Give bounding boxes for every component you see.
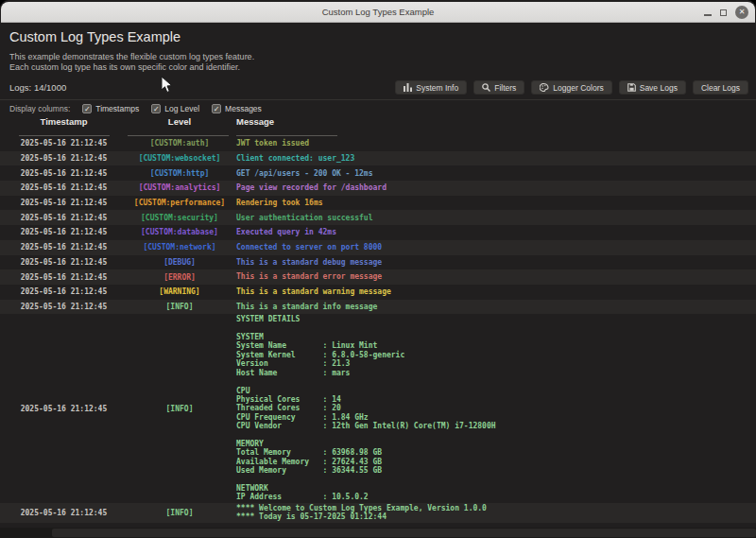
log-level: [CUSTOM:security] [128,214,232,222]
log-message: Page view recorded for /dashboard [232,182,756,193]
page-header: Custom Log Types Example This example de… [0,24,756,73]
log-row[interactable]: 2025-05-16 21:12:45 [WARNING] This is a … [0,285,756,300]
checkbox-checked-icon: ✓ [151,104,161,113]
log-row[interactable]: 2025-05-16 21:12:45 [CUSTOM:auth] JWT to… [0,136,756,151]
palette-icon [540,83,549,92]
toolbar: Logs: 14/1000 System Info Filters Logger… [0,73,756,99]
log-timestamp: 2025-05-16 21:12:45 [0,287,128,296]
log-timestamp: 2025-05-16 21:12:45 [0,169,128,178]
search-icon [482,83,490,92]
log-level: [INFO] [128,509,232,517]
log-timestamp: 2025-05-16 21:12:45 [0,214,128,222]
checkbox-checked-icon: ✓ [82,104,92,113]
log-level: [INFO] [128,303,232,311]
log-row[interactable]: 2025-05-16 21:12:45 [INFO] This is a sta… [0,300,756,315]
checkbox-timestamps-label: Timestamps [95,104,139,113]
log-row[interactable]: 2025-05-16 21:12:45 [CUSTOM:database] Ex… [0,225,756,240]
display-columns-bar: Display columns: ✓ Timestamps ✓ Log Leve… [0,100,756,114]
log-message: This is a standard info message [232,302,756,312]
checkbox-messages-label: Messages [225,104,262,113]
log-message: **** Welcome to Custom Log Types Example… [232,503,756,523]
log-row[interactable]: 2025-05-16 21:12:45 [CUSTOM:http] GET /a… [0,165,756,181]
display-columns-label: Display columns: [9,104,70,113]
log-timestamp: 2025-05-16 21:12:45 [0,405,128,413]
page-title: Custom Log Types Example [9,29,747,44]
log-message: Client connected: user_123 [232,153,756,164]
log-timestamp: 2025-05-16 21:12:45 [0,303,128,311]
log-message: GET /api/users - 200 OK - 12ms [232,168,756,179]
log-timestamp: 2025-05-16 21:12:45 [0,199,128,207]
log-level: [ERROR] [128,273,232,282]
log-row[interactable]: 2025-05-16 21:12:45 [CUSTOM:analytics] P… [0,181,756,196]
log-level: [DEBUG] [128,258,232,267]
filters-button[interactable]: Filters [473,80,524,95]
close-icon: ✕ [739,9,746,16]
log-row[interactable]: 2025-05-16 21:12:45 [ERROR] This is a st… [0,269,756,285]
titlebar[interactable]: Custom Log Types Example ✕ [1,2,755,23]
log-level: [CUSTOM:performance] [128,199,232,207]
page-description-line1: This example demonstrates the flexible c… [9,52,747,62]
log-level: [CUSTOM:auth] [128,139,232,148]
clear-logs-button[interactable]: Clear Logs [693,80,748,95]
table-header: Timestamp Level Message [0,114,756,127]
clear-logs-label: Clear Logs [701,83,740,93]
log-level: [CUSTOM:websocket] [128,154,232,163]
log-level: [CUSTOM:network] [128,243,232,252]
log-timestamp: 2025-05-16 21:12:45 [0,243,128,252]
log-message: Connected to server on port 8000 [232,242,756,252]
column-header-message: Message [232,116,756,127]
log-row[interactable]: 2025-05-16 21:12:45 [CUSTOM:network] Con… [0,240,756,255]
log-message: SYSTEM DETAILS SYSTEM System Name : Linu… [232,314,756,503]
logger-colors-button[interactable]: Logger Colors [531,80,611,95]
log-row[interactable]: 2025-05-16 21:12:45 [INFO] **** Welcome … [0,503,756,523]
header-underlines [0,127,756,136]
system-info-button[interactable]: System Info [395,80,467,95]
log-row[interactable]: 2025-05-16 21:12:45 [CUSTOM:websocket] C… [0,151,756,166]
save-logs-label: Save Logs [640,83,678,93]
checkbox-log-level[interactable]: ✓ Log Level [151,104,199,113]
save-logs-button[interactable]: Save Logs [619,80,686,95]
log-level: [CUSTOM:database] [128,228,232,236]
log-row[interactable]: 2025-05-16 21:12:45 [DEBUG] This is a st… [0,255,756,270]
log-level: [CUSTOM:http] [128,169,232,178]
filters-label: Filters [494,83,516,93]
log-timestamp: 2025-05-16 21:12:45 [0,183,128,192]
column-header-level: Level [128,116,232,127]
log-row[interactable]: 2025-05-16 21:12:45 [CUSTOM:security] Us… [0,210,756,225]
checkbox-timestamps[interactable]: ✓ Timestamps [82,104,139,113]
log-rows: 2025-05-16 21:12:45 [CUSTOM:auth] JWT to… [0,136,756,523]
save-icon [627,83,636,92]
app-window: Custom Log Types Example ✕ Custom Log Ty… [0,0,756,538]
horizontal-scrollbar[interactable] [0,528,756,538]
toolbar-buttons: System Info Filters Logger Colors Save L… [395,80,748,95]
checkbox-log-level-label: Log Level [164,104,199,113]
page-description-line2: Each custom log type has its own specifi… [9,62,747,73]
checkbox-messages[interactable]: ✓ Messages [212,104,262,113]
log-timestamp: 2025-05-16 21:12:45 [0,228,128,236]
close-button[interactable]: ✕ [735,6,748,19]
log-row[interactable]: 2025-05-16 21:12:45 [CUSTOM:performance]… [0,196,756,211]
window-title: Custom Log Types Example [322,7,435,17]
log-message: Executed query in 42ms [232,227,756,237]
log-level: [WARNING] [128,287,232,296]
checkbox-checked-icon: ✓ [212,104,221,113]
log-message: This is a standard warning message [232,286,756,297]
system-info-label: System Info [416,83,458,93]
log-message: This is a standard debug message [232,257,756,268]
log-message: This is a standard error message [232,271,756,282]
log-timestamp: 2025-05-16 21:12:45 [0,139,128,148]
logs-count: Logs: 14/1000 [9,82,395,93]
scrollbar-thumb[interactable] [52,529,756,537]
log-level: [CUSTOM:analytics] [128,183,232,192]
log-timestamp: 2025-05-16 21:12:45 [0,273,128,282]
column-header-timestamp: Timestamp [0,116,128,127]
log-row[interactable]: 2025-05-16 21:12:45 [INFO] SYSTEM DETAIL… [0,314,756,503]
logger-colors-label: Logger Colors [553,83,603,93]
log-message: Rendering took 16ms [232,198,756,208]
log-message: User authentication successful [232,213,756,223]
minimize-button[interactable] [704,14,712,16]
maximize-button[interactable] [720,9,727,16]
log-timestamp: 2025-05-16 21:12:45 [0,258,128,267]
log-level: [INFO] [128,405,232,413]
window-controls: ✕ [704,2,748,23]
